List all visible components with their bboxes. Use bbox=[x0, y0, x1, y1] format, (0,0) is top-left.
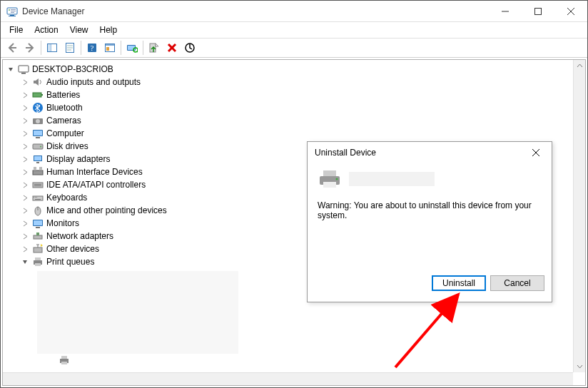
chevron-right-icon[interactable] bbox=[21, 168, 29, 176]
svg-rect-56 bbox=[35, 197, 36, 198]
svg-point-80 bbox=[336, 178, 338, 180]
chevron-right-icon[interactable] bbox=[21, 155, 29, 163]
chevron-right-icon[interactable] bbox=[21, 181, 29, 189]
update-driver-button[interactable] bbox=[146, 39, 163, 56]
menu-action[interactable]: Action bbox=[29, 24, 64, 36]
keyboard-icon bbox=[32, 192, 44, 203]
tree-item-bluetooth[interactable]: Bluetooth bbox=[3, 101, 585, 114]
uninstall-device-button[interactable] bbox=[163, 39, 181, 56]
back-button[interactable] bbox=[4, 39, 21, 56]
tree-item-label: IDE ATA/ATAPI controllers bbox=[46, 180, 146, 190]
svg-rect-78 bbox=[323, 170, 336, 176]
tree-item-cameras[interactable]: Cameras bbox=[3, 114, 585, 127]
tree-item-computer[interactable]: Computer bbox=[3, 127, 585, 140]
chevron-right-icon[interactable] bbox=[21, 117, 29, 125]
cancel-button[interactable]: Cancel bbox=[490, 275, 544, 291]
svg-rect-36 bbox=[41, 94, 43, 96]
svg-point-3 bbox=[9, 9, 10, 11]
uninstall-button[interactable]: Uninstall bbox=[432, 275, 486, 291]
chevron-down-icon[interactable] bbox=[21, 258, 29, 266]
svg-rect-74 bbox=[61, 362, 67, 364]
print-queue-child[interactable] bbox=[37, 354, 238, 368]
toolbar: ? bbox=[1, 38, 587, 58]
menubar: File Action View Help bbox=[1, 22, 587, 38]
print-queue-placeholder bbox=[37, 271, 238, 354]
scroll-up-icon[interactable] bbox=[574, 60, 585, 72]
svg-rect-53 bbox=[34, 185, 41, 186]
tree-item-label: Mice and other pointing devices bbox=[46, 205, 167, 215]
mouse-icon bbox=[32, 205, 44, 216]
maximize-button[interactable] bbox=[522, 1, 554, 22]
chevron-right-icon[interactable] bbox=[21, 245, 29, 253]
svg-rect-57 bbox=[36, 197, 37, 198]
menu-view[interactable]: View bbox=[64, 24, 94, 36]
svg-point-39 bbox=[36, 119, 40, 123]
computer-icon bbox=[18, 63, 29, 75]
minimize-button[interactable] bbox=[489, 1, 522, 22]
svg-rect-42 bbox=[36, 137, 40, 138]
chevron-down-icon[interactable] bbox=[7, 66, 15, 73]
menu-help[interactable]: Help bbox=[94, 24, 123, 36]
forward-button[interactable] bbox=[21, 39, 39, 56]
camera-icon bbox=[32, 115, 44, 126]
chevron-right-icon[interactable] bbox=[21, 130, 29, 138]
svg-rect-6 bbox=[11, 12, 14, 13]
disk-icon bbox=[32, 141, 44, 152]
tree-item-batteries[interactable]: Batteries bbox=[3, 88, 585, 101]
chevron-right-icon[interactable] bbox=[21, 233, 29, 240]
vertical-scrollbar[interactable] bbox=[573, 60, 585, 372]
disable-device-button[interactable] bbox=[181, 39, 198, 56]
chevron-right-icon[interactable] bbox=[21, 104, 29, 112]
svg-rect-73 bbox=[61, 356, 67, 359]
action-button[interactable] bbox=[101, 39, 118, 56]
tree-item-label: Print queues bbox=[46, 257, 94, 267]
svg-rect-70 bbox=[35, 257, 41, 260]
svg-rect-33 bbox=[19, 66, 29, 72]
scan-hardware-button[interactable] bbox=[123, 39, 141, 56]
svg-rect-2 bbox=[9, 16, 16, 16]
close-button[interactable] bbox=[554, 1, 587, 22]
svg-rect-4 bbox=[11, 9, 16, 10]
svg-rect-47 bbox=[36, 162, 39, 163]
svg-rect-51 bbox=[33, 183, 43, 188]
svg-rect-58 bbox=[35, 199, 41, 200]
svg-rect-46 bbox=[34, 156, 41, 160]
tree-item-audio[interactable]: Audio inputs and outputs bbox=[3, 76, 585, 88]
svg-marker-68 bbox=[41, 244, 43, 247]
svg-line-28 bbox=[137, 51, 138, 52]
chevron-right-icon[interactable] bbox=[21, 78, 29, 86]
svg-text:?: ? bbox=[91, 44, 94, 52]
horizontal-scrollbar[interactable] bbox=[3, 372, 573, 385]
svg-rect-67 bbox=[34, 247, 42, 252]
chevron-right-icon[interactable] bbox=[21, 194, 29, 202]
device-name-placeholder bbox=[349, 172, 435, 186]
monitor-icon bbox=[32, 218, 44, 229]
tree-item-label: Disk drives bbox=[46, 141, 88, 151]
tree-item-label: Other devices bbox=[46, 244, 99, 254]
chevron-right-icon[interactable] bbox=[21, 143, 29, 150]
tree-item-label: Display adapters bbox=[46, 154, 110, 164]
tree-root[interactable]: DESKTOP-B3CRIOB bbox=[3, 63, 585, 76]
dialog-titlebar: Uninstall Device bbox=[308, 142, 552, 163]
ide-icon bbox=[32, 179, 44, 190]
tree-item-label: Network adapters bbox=[46, 231, 113, 241]
chevron-right-icon[interactable] bbox=[21, 220, 29, 228]
menu-file[interactable]: File bbox=[4, 24, 29, 36]
scroll-down-icon[interactable] bbox=[574, 360, 585, 372]
svg-rect-55 bbox=[34, 197, 34, 198]
printer-icon bbox=[59, 354, 70, 368]
svg-rect-79 bbox=[323, 182, 336, 188]
svg-rect-41 bbox=[34, 131, 42, 136]
chevron-right-icon[interactable] bbox=[21, 207, 29, 215]
show-hide-tree-button[interactable] bbox=[44, 39, 61, 56]
svg-rect-49 bbox=[34, 167, 36, 170]
tree-item-label: Keyboards bbox=[46, 193, 87, 203]
dialog-close-button[interactable] bbox=[522, 142, 550, 163]
svg-point-44 bbox=[40, 146, 41, 148]
svg-rect-15 bbox=[48, 44, 51, 51]
help-button[interactable]: ? bbox=[83, 39, 101, 56]
chevron-right-icon[interactable] bbox=[21, 91, 29, 99]
svg-rect-62 bbox=[34, 220, 42, 225]
properties-button[interactable] bbox=[61, 39, 78, 56]
svg-rect-8 bbox=[535, 8, 542, 14]
